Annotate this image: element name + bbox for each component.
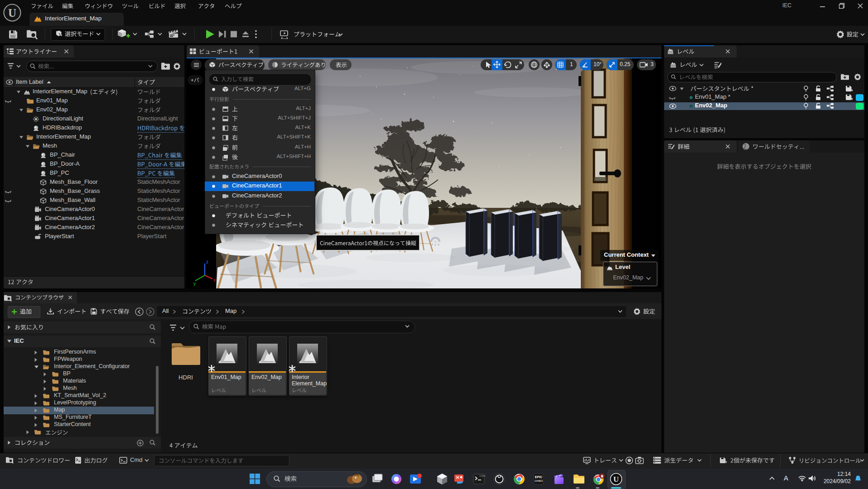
svg-text:U: U xyxy=(8,7,16,19)
svg-text:x: x xyxy=(213,278,216,283)
svg-text:U: U xyxy=(613,475,619,484)
svg-text:GAMES: GAMES xyxy=(535,479,543,482)
svg-text:y: y xyxy=(193,281,196,286)
svg-text:EPIC: EPIC xyxy=(535,475,542,479)
svg-text:z: z xyxy=(206,259,208,264)
svg-text:CMD: CMD xyxy=(479,475,486,477)
